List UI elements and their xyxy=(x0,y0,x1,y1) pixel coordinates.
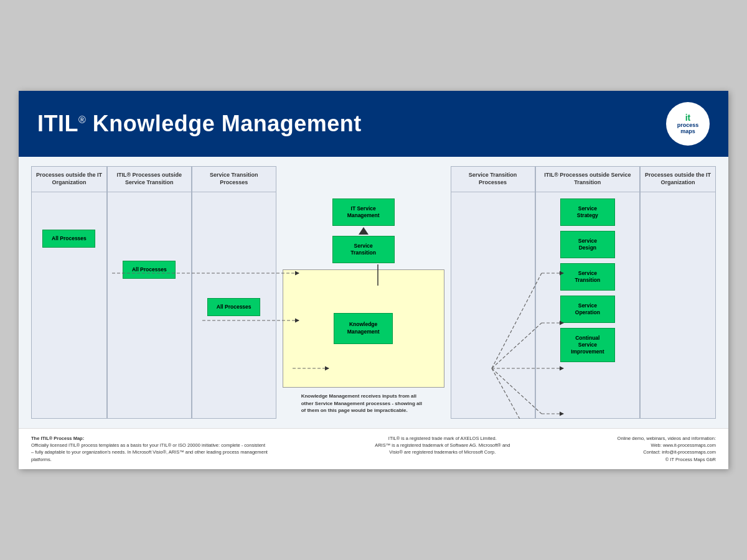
col-right-3-body xyxy=(451,192,535,418)
footer-web: Web: www.it-processmaps.com xyxy=(651,442,716,448)
col-left-3: Service Transition Processes All Process… xyxy=(192,166,276,419)
header: ITIL® Knowledge Management it processmap… xyxy=(19,91,728,157)
footer-center: ITIL® is a registered trade mark of AXEL… xyxy=(375,435,510,456)
service-transition-right-box: ServiceTransition xyxy=(560,263,615,291)
knowledge-management-box: KnowledgeManagement xyxy=(334,313,393,344)
col-left-2: ITIL® Processes outside Service Transiti… xyxy=(107,166,192,419)
logo: it processmaps xyxy=(666,102,710,146)
col-left-2-body: All Processes xyxy=(108,192,191,418)
columns-wrapper: Processes outside the IT Organization Al… xyxy=(31,166,716,419)
registered-mark: ® xyxy=(78,114,86,125)
page: ITIL® Knowledge Management it processmap… xyxy=(19,91,728,469)
col-right-1-body xyxy=(641,192,715,418)
diagram-area: Processes outside the IT Organization Al… xyxy=(19,157,728,428)
center-area: IT ServiceManagement ServiceTransition K… xyxy=(276,166,451,419)
km-container: KnowledgeManagement xyxy=(283,269,444,388)
service-operation-box: ServiceOperation xyxy=(560,296,615,323)
itil-right-col: ServiceStrategy ServiceDesign ServiceTra… xyxy=(555,192,620,369)
all-processes-left3: All Processes xyxy=(207,298,260,316)
col-right-1-header: Processes outside the IT Organization xyxy=(641,167,715,192)
note-text: Knowledge Management receives inputs fro… xyxy=(301,393,426,414)
col-left-3-body: All Processes xyxy=(192,192,276,418)
service-transition-center-box: ServiceTransition xyxy=(332,236,395,263)
footer-right: Online demo, webinars, videos and inform… xyxy=(618,435,716,463)
col-left-1-header: Processes outside the IT Organization xyxy=(32,167,106,192)
continual-service-improvement-box: ContinualServiceImprovement xyxy=(560,328,615,362)
col-left-1: Processes outside the IT Organization Al… xyxy=(31,166,107,419)
footer-left-title: The ITIL® Process Map: xyxy=(31,436,84,441)
col-left-1-body: All Processes xyxy=(32,192,106,418)
col-right-2: ITIL® Processes outside Service Transiti… xyxy=(535,166,641,419)
footer-left-body: Officially licensed ITIL® process templa… xyxy=(31,442,268,462)
col-right-1: Processes outside the IT Organization xyxy=(640,166,716,419)
col-right-3: Service Transition Processes xyxy=(451,166,535,419)
all-processes-left1: All Processes xyxy=(42,230,95,248)
logo-it-text: it xyxy=(685,113,691,123)
service-strategy-box: ServiceStrategy xyxy=(560,198,615,226)
arrow-up-icon xyxy=(359,227,369,235)
logo-subtitle: processmaps xyxy=(677,123,699,135)
footer-copyright: © IT Process Maps GbR xyxy=(665,457,716,462)
col-right-3-header: Service Transition Processes xyxy=(451,167,535,192)
col-left-2-header: ITIL® Processes outside Service Transiti… xyxy=(108,167,191,192)
service-design-box: ServiceDesign xyxy=(560,231,615,258)
it-service-management-box: IT ServiceManagement xyxy=(332,198,395,226)
page-title: ITIL® Knowledge Management xyxy=(37,111,362,137)
footer: The ITIL® Process Map: Officially licens… xyxy=(19,428,728,469)
all-processes-left2: All Processes xyxy=(123,261,176,279)
footer-left: The ITIL® Process Map: Officially licens… xyxy=(31,435,268,463)
col-left-3-header: Service Transition Processes xyxy=(192,167,276,192)
footer-contact: Contact: info@it-processmaps.com xyxy=(643,449,716,455)
footer-right-title: Online demo, webinars, videos and inform… xyxy=(618,436,716,441)
col-right-2-header: ITIL® Processes outside Service Transiti… xyxy=(536,167,640,192)
